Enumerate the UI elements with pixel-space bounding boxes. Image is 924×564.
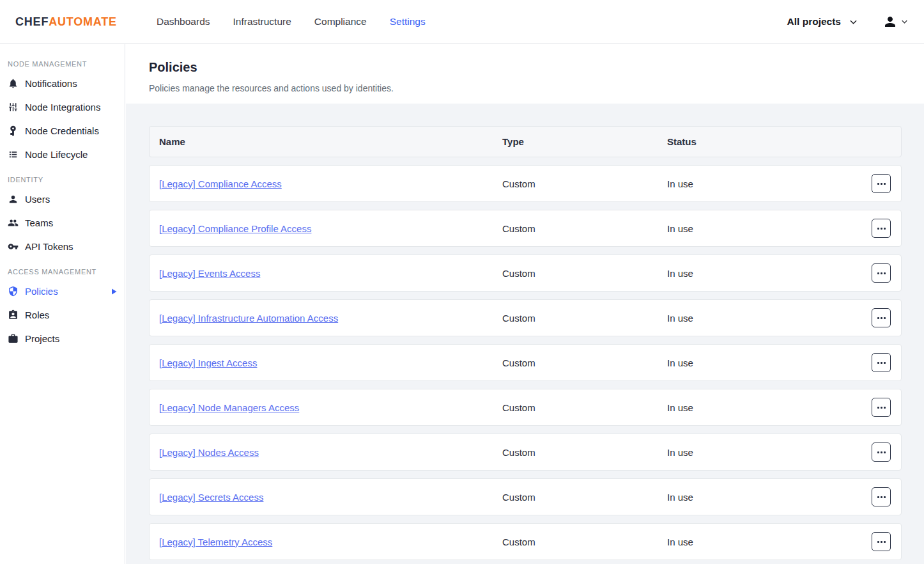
ellipsis-icon bbox=[877, 272, 879, 274]
sidebar-item-policies[interactable]: Policies bbox=[0, 279, 125, 303]
key-vertical-icon bbox=[8, 125, 19, 136]
ellipsis-icon bbox=[877, 407, 879, 409]
sidebar-item-node-credentials[interactable]: Node Credentials bbox=[0, 119, 125, 143]
main-nav: Dashboards Infrastructure Compliance Set… bbox=[157, 16, 426, 27]
table-row: [Legacy] Node Managers Access Custom In … bbox=[149, 389, 902, 426]
row-menu-button[interactable] bbox=[872, 532, 891, 551]
topnav-right: All projects bbox=[787, 14, 909, 29]
policy-status: In use bbox=[667, 268, 872, 279]
column-header-status: Status bbox=[667, 136, 872, 147]
table-row: [Legacy] Telemetry Access Custom In use bbox=[149, 523, 902, 560]
user-menu[interactable] bbox=[882, 14, 909, 29]
nav-infrastructure[interactable]: Infrastructure bbox=[233, 16, 291, 27]
shield-icon bbox=[8, 286, 19, 297]
table-row: [Legacy] Events Access Custom In use bbox=[149, 255, 902, 292]
sliders-icon bbox=[8, 102, 19, 113]
policy-type: Custom bbox=[502, 492, 667, 503]
row-menu-button[interactable] bbox=[872, 263, 891, 283]
ellipsis-icon bbox=[877, 228, 879, 230]
sidebar-item-roles[interactable]: Roles bbox=[0, 303, 125, 327]
policy-status: In use bbox=[667, 178, 872, 189]
policies-table-area: Name Type Status [Legacy] Compliance Acc… bbox=[126, 104, 924, 560]
sidebar-section-access-management: ACCESS MANAGEMENT bbox=[8, 268, 125, 276]
table-row: [Legacy] Ingest Access Custom In use bbox=[149, 344, 902, 381]
sidebar-item-teams[interactable]: Teams bbox=[0, 211, 125, 235]
sidebar-item-node-integrations[interactable]: Node Integrations bbox=[0, 95, 125, 119]
key-icon bbox=[8, 241, 19, 252]
list-icon bbox=[8, 149, 19, 160]
ellipsis-icon bbox=[877, 317, 879, 319]
policy-type: Custom bbox=[502, 223, 667, 234]
policy-type: Custom bbox=[502, 537, 667, 547]
logo-automate-text: AUTOMATE bbox=[49, 15, 117, 28]
sidebar-item-label: API Tokens bbox=[25, 241, 73, 252]
sidebar-item-users[interactable]: Users bbox=[0, 187, 125, 211]
chef-automate-logo[interactable]: CHEFAUTOMATE bbox=[15, 15, 117, 29]
bell-icon bbox=[8, 78, 19, 89]
policy-status: In use bbox=[667, 313, 872, 324]
sidebar-item-label: Node Lifecycle bbox=[25, 149, 88, 160]
row-menu-button[interactable] bbox=[872, 443, 891, 462]
ellipsis-icon bbox=[877, 496, 879, 498]
column-header-name: Name bbox=[150, 136, 502, 147]
policy-link[interactable]: [Legacy] Telemetry Access bbox=[159, 537, 272, 547]
policy-type: Custom bbox=[502, 178, 667, 189]
sidebar-item-label: Policies bbox=[25, 286, 58, 297]
policy-link[interactable]: [Legacy] Infrastructure Automation Acces… bbox=[159, 313, 338, 324]
policy-link[interactable]: [Legacy] Compliance Access bbox=[159, 178, 282, 189]
page-subtitle: Policies manage the resources and action… bbox=[149, 83, 901, 93]
policy-type: Custom bbox=[502, 357, 667, 368]
people-icon bbox=[8, 217, 19, 228]
briefcase-icon bbox=[8, 333, 19, 344]
row-menu-button[interactable] bbox=[872, 487, 891, 506]
table-row: [Legacy] Infrastructure Automation Acces… bbox=[149, 299, 902, 336]
sidebar-item-label: Users bbox=[25, 194, 50, 205]
policy-status: In use bbox=[667, 402, 872, 413]
nav-dashboards[interactable]: Dashboards bbox=[157, 16, 210, 27]
sidebar-section-node-management: NODE MANAGEMENT bbox=[8, 60, 125, 68]
policy-link[interactable]: [Legacy] Compliance Profile Access bbox=[159, 223, 311, 234]
policy-status: In use bbox=[667, 537, 872, 547]
row-menu-button[interactable] bbox=[872, 174, 891, 193]
policy-link[interactable]: [Legacy] Nodes Access bbox=[159, 447, 259, 458]
chevron-down-icon bbox=[850, 20, 857, 24]
sidebar-item-label: Teams bbox=[25, 217, 53, 228]
policy-type: Custom bbox=[502, 313, 667, 324]
row-menu-button[interactable] bbox=[872, 219, 891, 238]
policy-status: In use bbox=[667, 357, 872, 368]
table-header-row: Name Type Status bbox=[149, 126, 902, 157]
sidebar-item-label: Node Credentials bbox=[25, 125, 99, 136]
nav-settings[interactable]: Settings bbox=[390, 16, 426, 27]
page-header: Policies Policies manage the resources a… bbox=[126, 44, 924, 104]
projects-filter-dropdown[interactable]: All projects bbox=[787, 16, 857, 27]
sidebar-item-label: Node Integrations bbox=[25, 102, 100, 113]
sidebar-item-node-lifecycle[interactable]: Node Lifecycle bbox=[0, 143, 125, 166]
nav-compliance[interactable]: Compliance bbox=[314, 16, 367, 27]
top-navigation-bar: CHEFAUTOMATE Dashboards Infrastructure C… bbox=[0, 0, 924, 44]
sidebar-item-label: Roles bbox=[25, 309, 49, 320]
policy-link[interactable]: [Legacy] Ingest Access bbox=[159, 357, 257, 368]
policy-link[interactable]: [Legacy] Secrets Access bbox=[159, 492, 263, 503]
sidebar-item-api-tokens[interactable]: API Tokens bbox=[0, 235, 125, 258]
sidebar-item-notifications[interactable]: Notifications bbox=[0, 72, 125, 95]
triangle-right-icon bbox=[112, 288, 117, 295]
row-menu-button[interactable] bbox=[872, 308, 891, 327]
table-row: [Legacy] Compliance Profile Access Custo… bbox=[149, 210, 902, 247]
main-content: Policies Policies manage the resources a… bbox=[126, 44, 924, 564]
ellipsis-icon bbox=[877, 183, 879, 185]
page-title: Policies bbox=[149, 60, 901, 75]
avatar-icon bbox=[882, 14, 898, 29]
policy-link[interactable]: [Legacy] Node Managers Access bbox=[159, 402, 299, 413]
row-menu-button[interactable] bbox=[872, 353, 891, 372]
ellipsis-icon bbox=[877, 541, 879, 543]
policy-type: Custom bbox=[502, 402, 667, 413]
sidebar-item-projects[interactable]: Projects bbox=[0, 327, 125, 350]
logo-chef-text: CHEF bbox=[15, 15, 49, 28]
sidebar-item-label: Projects bbox=[25, 333, 59, 344]
row-menu-button[interactable] bbox=[872, 398, 891, 417]
policy-link[interactable]: [Legacy] Events Access bbox=[159, 268, 260, 279]
table-row: [Legacy] Compliance Access Custom In use bbox=[149, 165, 902, 202]
chevron-down-icon bbox=[902, 20, 909, 24]
table-row: [Legacy] Nodes Access Custom In use bbox=[149, 434, 902, 471]
policy-type: Custom bbox=[502, 447, 667, 458]
